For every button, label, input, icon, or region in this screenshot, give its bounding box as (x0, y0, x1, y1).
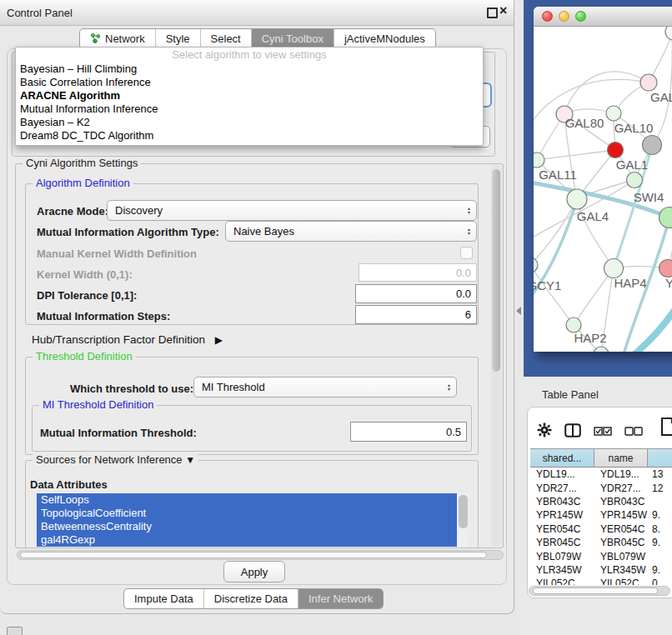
hub-definition-toggle[interactable]: Hub/Transcription Factor Definition ▶ (32, 333, 223, 346)
list-item[interactable]: gal4RGexp (37, 533, 457, 547)
settings-vertical-scrollbar[interactable] (491, 165, 502, 547)
tab-style[interactable]: Style (155, 29, 200, 48)
node-gcy1[interactable] (534, 258, 538, 272)
table-scrollbar-thumb[interactable] (533, 588, 658, 594)
table-row[interactable]: YPR145W YPR145W 9. (530, 508, 672, 522)
algorithm-definition-title: Algorithm Definition (33, 177, 133, 189)
dropdown-item-selected[interactable]: ARACNE Algorithm (16, 89, 483, 102)
tab-infer-network[interactable]: Infer Network (298, 589, 383, 608)
which-threshold-combobox[interactable]: MI Threshold ▴▾ (193, 377, 457, 398)
dropdown-item[interactable]: Bayesian – K2 (16, 116, 483, 129)
node-label: HAP4 (614, 276, 646, 290)
network-window[interactable]: GAL8 GAL80 GAL10 GAL1 GAL11 SWI4 GAL4 GC… (534, 7, 672, 352)
mi-steps-field[interactable]: 6 (355, 305, 477, 324)
close-icon[interactable]: × (499, 3, 507, 18)
table-row[interactable]: YBR045C YBR045C 9. (530, 536, 672, 549)
node-salmon[interactable] (659, 260, 672, 278)
node-cut-top[interactable] (665, 27, 672, 40)
dpi-tolerance-field[interactable]: 0.0 (355, 284, 477, 303)
node-gal1[interactable] (627, 172, 643, 188)
node-selected-red[interactable] (608, 142, 624, 158)
tab-select[interactable]: Select (200, 29, 251, 48)
network-window-titlebar[interactable] (534, 7, 672, 27)
collapse-arrow-icon: ▼ (185, 454, 195, 466)
table-row[interactable]: YDL19... YDL19... 13 (530, 468, 672, 481)
node-label: GAL1 (616, 158, 648, 172)
node-gal11[interactable] (534, 152, 544, 168)
node-gal10[interactable] (606, 106, 621, 121)
table-row[interactable]: YBL079W YBL079W (530, 549, 672, 562)
column-header-cut[interactable]: A (648, 449, 672, 467)
column-header-name[interactable]: name (594, 449, 648, 467)
node-swi4[interactable] (659, 208, 672, 228)
node-gray[interactable] (643, 136, 662, 155)
mi-threshold-label: Mutual Information Threshold: (40, 427, 197, 439)
data-attributes-label: Data Attributes (30, 478, 108, 491)
list-vertical-scrollbar[interactable] (457, 493, 469, 547)
combo-arrows-icon: ▴▾ (448, 383, 450, 392)
settings-scrollbar-thumb[interactable] (492, 169, 500, 372)
table-row[interactable]: YER054C YER054C 8. (530, 522, 672, 536)
manual-kernel-width-checkbox[interactable] (460, 247, 473, 259)
control-panel-titlebar: Control Panel × (0, 0, 514, 26)
table-panel-title: Table Panel (542, 388, 599, 401)
table-body: YDL19... YDL19... 13 YDR27... YDR27... 1… (530, 468, 672, 585)
network-view-frame: GAL8 GAL80 GAL10 GAL1 GAL11 SWI4 GAL4 GC… (524, 0, 672, 377)
node-bottom-green[interactable] (594, 347, 609, 352)
column-visibility-icon[interactable] (564, 423, 581, 441)
tab-cyni-toolbox[interactable]: Cyni Toolbox (251, 29, 333, 48)
export-table-icon[interactable] (660, 417, 672, 440)
node-label: GAL80 (565, 116, 604, 130)
close-traffic-light-icon[interactable] (542, 11, 553, 22)
dropdown-item[interactable]: Basic Correlation Inference (16, 76, 483, 89)
tab-network[interactable]: Network (80, 29, 155, 48)
table-toolbar (537, 419, 670, 444)
mi-algorithm-type-label: Mutual Information Algorithm Type: (37, 226, 219, 238)
list-item[interactable]: BetweennessCentrality (37, 520, 457, 533)
apply-button[interactable]: Apply (223, 561, 285, 582)
sources-group-title[interactable]: Sources for Network Inference ▼ (33, 453, 198, 466)
list-item[interactable]: TopologicalCoefficient (37, 507, 457, 520)
deselect-all-checkboxes-icon[interactable] (624, 424, 643, 439)
mi-steps-label: Mutual Information Steps: (37, 310, 170, 322)
node-gal4[interactable] (567, 189, 587, 209)
float-window-icon[interactable] (487, 8, 498, 18)
table-horizontal-scrollbar[interactable] (529, 586, 670, 596)
horizontal-scrollbar-thumb[interactable] (20, 552, 487, 558)
threshold-definition-title: Threshold Definition (33, 350, 136, 362)
tab-impute-data[interactable]: Impute Data (124, 589, 203, 608)
table-row[interactable]: YLR345W YLR345W 9. (530, 563, 672, 577)
network-canvas[interactable]: GAL8 GAL80 GAL10 GAL1 GAL11 SWI4 GAL4 GC… (534, 27, 672, 352)
algorithm-dropdown-popup: Select algorithm to view settings Bayesi… (15, 47, 484, 146)
column-header-shared-name[interactable]: shared... (530, 449, 594, 467)
network-graph: GAL8 GAL80 GAL10 GAL1 GAL11 SWI4 GAL4 GC… (534, 27, 672, 352)
node-label: GCY1 (534, 278, 561, 292)
node-label: HAP2 (574, 331, 606, 345)
split-pane-toggle-icon[interactable] (516, 307, 521, 315)
expand-arrow-icon: ▶ (215, 334, 223, 346)
gear-icon[interactable] (537, 422, 552, 441)
kernel-width-field[interactable]: 0.0 (359, 263, 477, 282)
node-gal8[interactable] (640, 74, 657, 91)
list-item[interactable]: SelfLoops (37, 493, 457, 507)
dropdown-item[interactable]: Bayesian – Hill Climbing (16, 62, 483, 76)
collapsed-panel-button[interactable] (7, 627, 23, 635)
dropdown-item[interactable]: Mutual Information Inference (16, 102, 483, 116)
table-row[interactable]: YIL052C YIL052C 0. (530, 577, 672, 585)
dropdown-item[interactable]: Dream8 DC_TDC Algorithm (16, 129, 483, 142)
select-all-checkboxes-icon[interactable] (594, 424, 612, 439)
cyni-bottom-tabs: Impute Data Discretize Data Infer Networ… (123, 588, 384, 609)
list-scrollbar-thumb[interactable] (459, 495, 468, 528)
tab-discretize-data[interactable]: Discretize Data (203, 589, 298, 608)
mi-algorithm-type-combobox[interactable]: Naive Bayes ▴▾ (225, 221, 477, 242)
table-row[interactable]: YBR043C YBR043C (530, 495, 672, 508)
tab-jactivemnodules[interactable]: jActiveMNodules (333, 29, 435, 48)
mi-threshold-field[interactable]: 0.5 (350, 422, 467, 442)
node-label: SWI4 (634, 190, 664, 204)
kernel-width-label: Kernel Width (0,1): (37, 268, 133, 281)
table-row[interactable]: YDR27... YDR27... 12 (530, 481, 672, 494)
zoom-traffic-light-icon[interactable] (575, 11, 586, 22)
minimize-traffic-light-icon[interactable] (559, 11, 569, 22)
aracne-mode-combobox[interactable]: Discovery ▴▾ (107, 200, 477, 221)
settings-horizontal-scrollbar[interactable] (17, 550, 504, 560)
